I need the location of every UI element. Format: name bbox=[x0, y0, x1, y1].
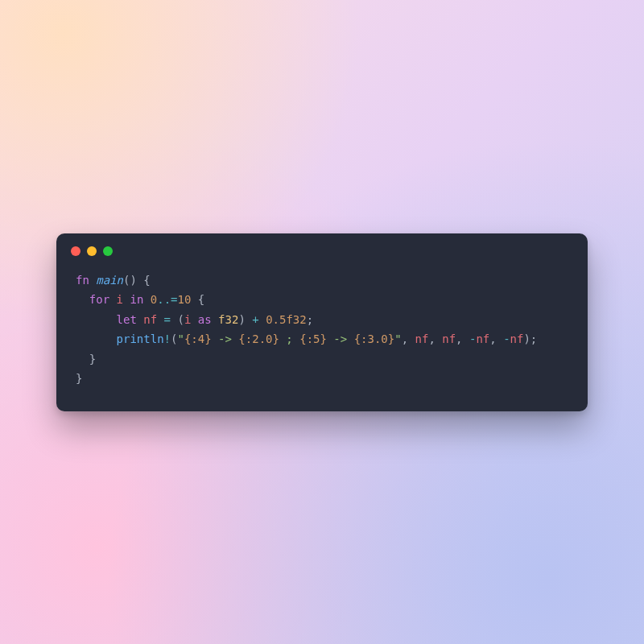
keyword-let: let bbox=[117, 313, 137, 326]
keyword-in: in bbox=[130, 293, 143, 306]
brace-close: } bbox=[89, 353, 96, 365]
string-segment: -> bbox=[212, 332, 239, 345]
arg-nf-3: nf bbox=[476, 332, 489, 345]
comma: , bbox=[456, 332, 469, 345]
type-f32: f32 bbox=[218, 313, 238, 326]
var-i: i bbox=[117, 293, 123, 306]
function-name-main: main bbox=[96, 274, 123, 287]
fn-println: println bbox=[117, 332, 164, 345]
zoom-icon[interactable] bbox=[103, 246, 113, 256]
paren-open: ( bbox=[177, 313, 184, 326]
code-block: fn main() { for i in 0..=10 { let nf = (… bbox=[56, 259, 588, 394]
op-neg: - bbox=[503, 332, 510, 345]
paren-close: ) bbox=[238, 313, 245, 326]
literal-0.5f32: 0.5f32 bbox=[266, 313, 307, 326]
literal-0: 0 bbox=[151, 293, 157, 306]
string-literal: "{:4} -> {:2.0} ; {:5} -> {:3.0}" bbox=[177, 332, 401, 345]
keyword-as: as bbox=[198, 313, 212, 326]
semicolon: ; bbox=[530, 332, 537, 345]
var-i: i bbox=[184, 313, 191, 326]
fmt-placeholder-4: {:3.0} bbox=[354, 332, 395, 345]
arg-nf-4: nf bbox=[510, 332, 524, 345]
parens: () bbox=[123, 274, 137, 287]
var-nf: nf bbox=[143, 313, 157, 326]
fmt-placeholder-3: {:5} bbox=[299, 332, 327, 345]
code-window: fn main() { for i in 0..=10 { let nf = (… bbox=[56, 233, 588, 411]
semicolon: ; bbox=[307, 313, 313, 326]
window-titlebar bbox=[56, 233, 588, 259]
op-assign: = bbox=[164, 313, 171, 326]
macro-bang: ! bbox=[164, 332, 171, 345]
minimize-icon[interactable] bbox=[87, 246, 97, 256]
fmt-placeholder-2: {:2.0} bbox=[238, 332, 279, 345]
arg-nf-1: nf bbox=[415, 332, 429, 345]
op-range: .. bbox=[157, 293, 171, 306]
brace-open: { bbox=[198, 293, 204, 306]
comma: , bbox=[489, 332, 503, 345]
brace-close: } bbox=[76, 372, 82, 385]
string-close-quote: " bbox=[394, 332, 401, 345]
brace-open: { bbox=[143, 274, 150, 287]
close-icon[interactable] bbox=[71, 246, 80, 256]
literal-10: 10 bbox=[178, 293, 192, 306]
paren-close: ) bbox=[523, 332, 530, 345]
op-eq: = bbox=[171, 293, 177, 306]
string-segment: ; bbox=[279, 332, 299, 345]
string-open-quote: " bbox=[177, 332, 184, 345]
op-plus: + bbox=[252, 313, 258, 326]
string-segment: -> bbox=[327, 332, 354, 345]
comma: , bbox=[402, 332, 415, 345]
keyword-for: for bbox=[89, 293, 109, 306]
arg-nf-2: nf bbox=[442, 332, 456, 345]
fmt-placeholder-1: {:4} bbox=[184, 332, 212, 345]
keyword-fn: fn bbox=[76, 274, 89, 287]
comma: , bbox=[428, 332, 442, 345]
